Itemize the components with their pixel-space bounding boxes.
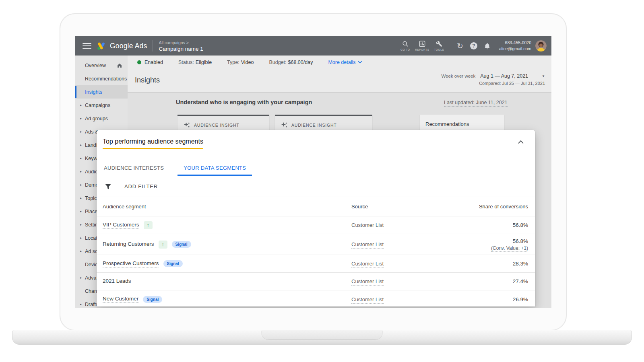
expand-arrow-icon: ▸: [80, 103, 85, 107]
panel-title: Top performing audience segments: [103, 138, 203, 149]
trend-up-icon: ↑: [147, 222, 149, 228]
source-value[interactable]: Customer List: [351, 222, 384, 229]
refresh-button[interactable]: ↻: [453, 42, 467, 50]
reports-label: REPORTS: [415, 48, 429, 51]
segment-name[interactable]: Prospective Customers: [103, 260, 159, 267]
bell-icon: [484, 43, 491, 49]
signal-badge[interactable]: Signal: [163, 260, 183, 267]
tab-audience-interests[interactable]: AUDIENCE INTERESTS: [104, 160, 164, 176]
filter-icon: [105, 183, 111, 190]
expand-arrow-icon: ▸: [80, 223, 85, 226]
menu-icon[interactable]: [83, 43, 91, 49]
chevron-up-icon: [518, 140, 524, 144]
google-ads-logo-icon: [96, 41, 106, 51]
col-share-of-conversions[interactable]: Share of conversions: [476, 204, 535, 210]
page: Google Ads All campaigns > Campaign name…: [0, 0, 644, 362]
add-filter-label: ADD FILTER: [124, 183, 158, 189]
account-email: alice@gmail.com: [499, 46, 531, 52]
account-info[interactable]: 683-455-0020 alice@gmail.com: [499, 40, 531, 51]
range-value: Aug 1 — Aug 7, 2021: [480, 73, 528, 79]
tools-button[interactable]: TOOLS: [431, 41, 448, 51]
source-value[interactable]: Customer List: [351, 296, 384, 304]
insight-card-label: AUDIENCE INSIGHT: [194, 123, 239, 128]
refresh-icon: ↻: [457, 42, 463, 50]
expand-arrow-icon: ▸: [80, 130, 85, 134]
breadcrumb-parent[interactable]: All campaigns >: [159, 40, 203, 45]
sidebar-item-campaigns[interactable]: ▸Campaigns: [75, 99, 128, 112]
segment-name[interactable]: VIP Customers: [103, 222, 139, 229]
tab-your-data-segments[interactable]: YOUR DATA SEGMENTS: [178, 160, 252, 176]
goto-label: GO TO: [400, 48, 410, 51]
wrench-icon: [436, 41, 442, 47]
sidebar-item-ad-groups[interactable]: ▸Ad groups: [75, 112, 128, 125]
trend-up-icon: ↑: [162, 242, 164, 247]
collapse-button[interactable]: [518, 139, 524, 146]
segment-name[interactable]: 2021 Leads: [103, 278, 131, 285]
enabled-dot-icon: [137, 60, 141, 64]
trend-up-chip: ↑: [159, 241, 167, 249]
signal-badge[interactable]: Signal: [172, 241, 191, 248]
date-range-picker[interactable]: Week over week Aug 1 — Aug 7, 2021 ▼ Com…: [441, 73, 545, 86]
recommendations-title: Recommendations: [420, 115, 504, 127]
segment-name[interactable]: Returning Customers: [103, 241, 154, 248]
sidebar-item-overview[interactable]: Overview: [75, 59, 128, 72]
col-source[interactable]: Source: [351, 204, 368, 210]
section-heading: Understand who is engaging with your cam…: [176, 99, 312, 105]
source-value[interactable]: Customer List: [351, 278, 384, 286]
brand-name: Google Ads: [110, 42, 147, 50]
page-title: Insights: [135, 76, 160, 84]
share-value: 28.3%: [476, 261, 535, 267]
last-updated[interactable]: Last updated: June 11, 2021: [444, 100, 508, 107]
laptop-base: [12, 330, 632, 345]
table-row: Prospective Customers Signal Customer Li…: [97, 255, 535, 273]
chevron-down-icon: [358, 61, 362, 64]
page-header: Insights Week over week Aug 1 — Aug 7, 2…: [128, 69, 551, 93]
reports-chart-icon: [419, 41, 425, 47]
brand[interactable]: Google Ads: [96, 41, 147, 51]
top-app-bar: Google Ads All campaigns > Campaign name…: [75, 36, 551, 56]
insight-card-label: AUDIENCE INSIGHT: [291, 123, 337, 128]
help-button[interactable]: ?: [467, 42, 481, 49]
home-icon: [117, 63, 122, 68]
reports-button[interactable]: REPORTS: [414, 41, 431, 51]
sidebar-item-recommendations[interactable]: Recommendations: [75, 72, 128, 85]
expand-arrow-icon: ▸: [80, 170, 85, 173]
add-filter-button[interactable]: ADD FILTER: [97, 176, 535, 197]
avatar[interactable]: [535, 40, 547, 51]
segment-name[interactable]: New Customer: [103, 296, 138, 303]
caret-down-icon: ▼: [542, 74, 545, 78]
source-value[interactable]: Customer List: [351, 261, 384, 268]
expand-arrow-icon: ▸: [80, 117, 85, 120]
breadcrumb[interactable]: All campaigns > Campaign name 1: [159, 40, 203, 52]
top-performing-segments-panel: Top performing audience segments AUDIENC…: [97, 130, 535, 306]
expand-arrow-icon: ▸: [80, 236, 85, 240]
expand-arrow-icon: ▸: [80, 143, 85, 147]
table-row: VIP Customers ↑ Customer List 56.8%: [97, 216, 535, 234]
signal-badge[interactable]: Signal: [143, 296, 162, 303]
notifications-button[interactable]: [481, 43, 494, 49]
campaign-status-bar: Enabled Status: Eligible Type: Video Bud…: [128, 56, 551, 69]
share-value: 26.9%: [476, 296, 535, 302]
share-value: 56.8%: [476, 238, 528, 244]
share-value: 27.4%: [476, 278, 535, 284]
compared-range: Compared: Jul 25 — Jul 31, 2021: [441, 81, 545, 86]
sidebar-item-insights[interactable]: Insights: [75, 85, 128, 99]
account-number: 683-455-0020: [499, 40, 531, 46]
enabled-status[interactable]: Enabled: [137, 60, 163, 65]
segments-table: Audience segment Source Share of convers…: [97, 197, 535, 306]
table-header: Audience segment Source Share of convers…: [97, 197, 535, 216]
expand-arrow-icon: ▸: [80, 183, 85, 187]
topbar-actions: GO TO REPORTS TOOLS: [397, 40, 547, 51]
breadcrumb-current: Campaign name 1: [159, 46, 203, 52]
table-row: New Customer Signal Customer List 26.9%: [97, 290, 535, 308]
type-field: Type: Video: [227, 60, 254, 65]
expand-arrow-icon: ▸: [80, 156, 85, 160]
share-note: (Conv. Value: +1): [476, 245, 528, 251]
expand-arrow-icon: ▸: [80, 302, 85, 306]
divider: [153, 40, 153, 51]
laptop-notch: [262, 330, 382, 339]
more-details-link[interactable]: More details: [328, 60, 362, 65]
col-audience-segment[interactable]: Audience segment: [103, 204, 146, 210]
source-value[interactable]: Customer List: [351, 241, 384, 249]
goto-button[interactable]: GO TO: [397, 41, 414, 51]
